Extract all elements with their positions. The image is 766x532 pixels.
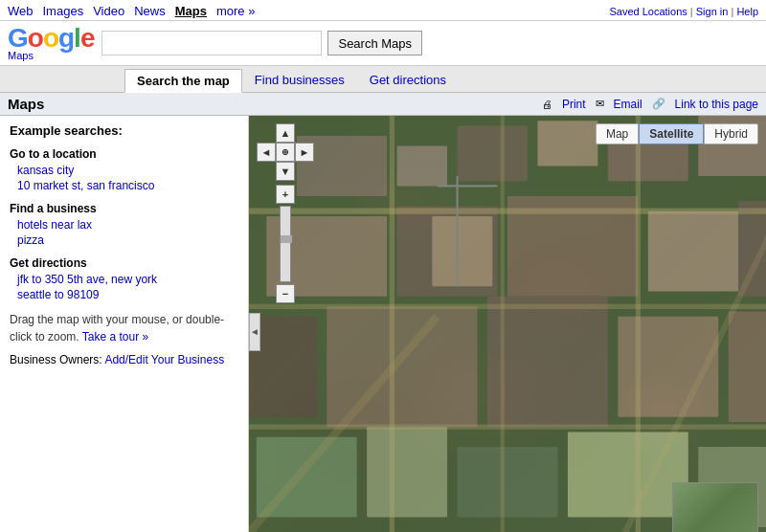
tour-link[interactable]: Take a tour » bbox=[82, 330, 148, 344]
logo-e: e bbox=[80, 23, 95, 53]
nav-news[interactable]: News bbox=[134, 4, 166, 18]
example-market-st[interactable]: 10 market st, san francisco bbox=[17, 179, 238, 192]
pan-down-button[interactable]: ▼ bbox=[276, 162, 295, 181]
zoom-in-button[interactable]: + bbox=[276, 185, 295, 204]
get-directions-label: Get directions bbox=[10, 256, 238, 270]
nav-cross: ▲ ◄ ⊕ ► ▼ bbox=[257, 123, 314, 181]
svg-rect-13 bbox=[327, 306, 477, 427]
go-to-location-label: Go to a location bbox=[10, 147, 238, 161]
email-link[interactable]: Email bbox=[614, 98, 642, 111]
example-hotels-lax[interactable]: hotels near lax bbox=[17, 218, 238, 232]
tab-search-map[interactable]: Search the map bbox=[124, 69, 242, 93]
pan-up-button[interactable]: ▲ bbox=[276, 123, 295, 143]
page-title: Maps bbox=[8, 96, 44, 112]
main-content: Example searches: Go to a location kansa… bbox=[0, 116, 766, 532]
saved-locations-link[interactable]: Saved Locations bbox=[609, 6, 687, 17]
map-area[interactable]: ▲ ◄ ⊕ ► ▼ + − Map Satellite Hybrid bbox=[249, 116, 766, 532]
link-to-page[interactable]: Link to this page bbox=[675, 98, 758, 111]
thumbnail-image bbox=[673, 483, 757, 532]
pan-center-button[interactable]: ⊕ bbox=[276, 143, 295, 162]
biz-owner-row: Business Owners: Add/Edit Your Business bbox=[10, 353, 238, 366]
svg-rect-4 bbox=[537, 121, 597, 166]
map-type-map[interactable]: Map bbox=[596, 123, 639, 144]
map-thumbnail[interactable] bbox=[672, 482, 758, 532]
nav-images[interactable]: Images bbox=[43, 4, 84, 18]
search-area: Search Maps bbox=[101, 31, 758, 55]
ctrl-empty-br bbox=[295, 162, 314, 181]
print-link[interactable]: Print bbox=[562, 98, 586, 111]
svg-rect-18 bbox=[367, 427, 447, 517]
search-input[interactable] bbox=[101, 31, 322, 55]
svg-rect-10 bbox=[648, 211, 738, 292]
print-email-bar: 🖨 Print ✉ Email 🔗 Link to this page bbox=[542, 98, 758, 111]
top-nav: Web Images Video News Maps more » bbox=[8, 4, 264, 18]
example-pizza[interactable]: pizza bbox=[17, 233, 238, 247]
biz-owner-label: Business Owners: bbox=[10, 353, 102, 366]
nav-more[interactable]: more » bbox=[216, 4, 255, 18]
left-panel: Example searches: Go to a location kansa… bbox=[0, 116, 249, 532]
map-type-hybrid[interactable]: Hybrid bbox=[704, 123, 758, 144]
example-kansas-city[interactable]: kansas city bbox=[17, 164, 238, 177]
tab-find-businesses[interactable]: Find businesses bbox=[242, 68, 357, 92]
find-business-label: Find a business bbox=[10, 202, 238, 215]
map-type-satellite[interactable]: Satellite bbox=[639, 123, 704, 144]
pan-right-button[interactable]: ► bbox=[295, 143, 314, 162]
help-link[interactable]: Help bbox=[736, 6, 758, 17]
zoom-bar: + − bbox=[276, 185, 295, 303]
logo-o1: o bbox=[28, 23, 43, 53]
top-right-links: Saved Locations | Sign in | Help bbox=[609, 6, 758, 17]
svg-rect-2 bbox=[397, 145, 447, 186]
logo-box: Google Maps bbox=[8, 25, 94, 61]
logo-o2: o bbox=[43, 23, 58, 53]
logo-l: l bbox=[74, 23, 80, 53]
pan-left-button[interactable]: ◄ bbox=[257, 143, 276, 162]
nav-web[interactable]: Web bbox=[8, 4, 34, 18]
map-type-buttons: Map Satellite Hybrid bbox=[596, 123, 758, 144]
sign-in-link[interactable]: Sign in bbox=[696, 6, 729, 17]
map-overlay bbox=[249, 116, 766, 532]
zoom-track[interactable] bbox=[280, 206, 291, 282]
search-maps-button[interactable]: Search Maps bbox=[327, 31, 422, 55]
panel-collapse-handle[interactable]: ◄ bbox=[249, 313, 260, 351]
tab-bar: Search the map Find businesses Get direc… bbox=[0, 66, 766, 93]
tab-get-directions[interactable]: Get directions bbox=[357, 68, 459, 92]
svg-rect-3 bbox=[458, 125, 528, 181]
ctrl-empty-tl bbox=[257, 123, 276, 143]
ctrl-empty-tr bbox=[295, 123, 314, 143]
nav-maps[interactable]: Maps bbox=[175, 4, 207, 18]
link-icon: 🔗 bbox=[652, 98, 665, 110]
svg-rect-19 bbox=[458, 447, 558, 517]
drag-info-text: Drag the map with your mouse, or double-… bbox=[10, 311, 238, 345]
ctrl-empty-bl bbox=[257, 162, 276, 181]
google-logo: Google bbox=[8, 25, 94, 52]
svg-rect-14 bbox=[487, 297, 608, 427]
zoom-handle[interactable] bbox=[281, 235, 292, 243]
top-bar: Web Images Video News Maps more » Saved … bbox=[0, 0, 766, 21]
print-icon: 🖨 bbox=[542, 99, 552, 110]
maps-subtitle: Maps bbox=[8, 50, 34, 61]
logo-g: G bbox=[8, 23, 28, 53]
map-controls: ▲ ◄ ⊕ ► ▼ + − bbox=[257, 123, 314, 303]
add-edit-business-link[interactable]: Add/Edit Your Business bbox=[104, 353, 224, 366]
email-icon: ✉ bbox=[596, 98, 604, 110]
zoom-out-button[interactable]: − bbox=[276, 284, 295, 303]
nav-video[interactable]: Video bbox=[93, 4, 124, 18]
logo-search-row: Google Maps Search Maps bbox=[0, 21, 766, 66]
svg-rect-16 bbox=[729, 312, 766, 422]
logo-g2: g bbox=[58, 23, 74, 53]
header-row: Maps 🖨 Print ✉ Email 🔗 Link to this page bbox=[0, 93, 766, 116]
example-jfk-5thave[interactable]: jfk to 350 5th ave, new york bbox=[17, 273, 238, 286]
example-searches-title: Example searches: bbox=[10, 123, 238, 138]
example-seattle[interactable]: seattle to 98109 bbox=[17, 288, 238, 301]
svg-rect-28 bbox=[432, 216, 492, 286]
